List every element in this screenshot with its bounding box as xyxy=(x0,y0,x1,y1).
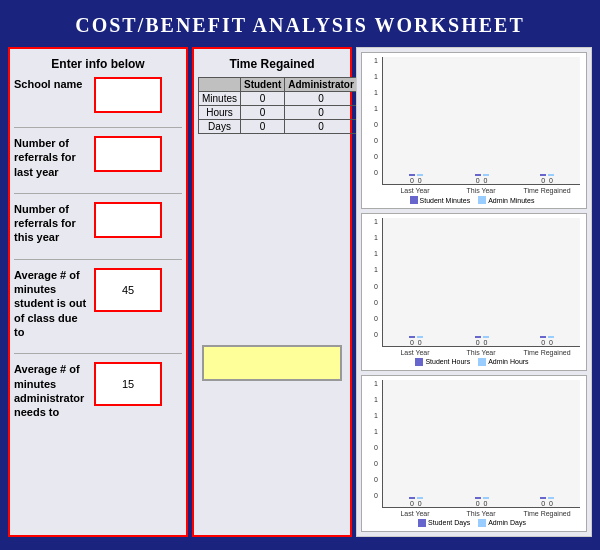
row-student-days: 0 xyxy=(241,120,285,134)
minutes-y-axis: 1 1 1 1 0 0 0 0 xyxy=(364,57,380,176)
legend-admin-minutes-label: Admin Minutes xyxy=(488,197,534,204)
bar-student xyxy=(409,174,415,176)
hours-chart-plot: 0 0 0 0 xyxy=(382,218,580,355)
bar-student-h3 xyxy=(540,336,546,338)
minutes-chart-plot: 0 0 0 0 xyxy=(382,57,580,194)
legend-admin-hours-label: Admin Hours xyxy=(488,358,528,365)
bar-admin-h2 xyxy=(483,336,489,338)
legend-student-hours-label: Student Hours xyxy=(425,358,470,365)
time-col-admin: Administrator xyxy=(285,78,358,92)
group-last-year: 0 0 xyxy=(387,174,445,184)
group-last-year-d: 0 0 xyxy=(387,497,445,507)
avg-minutes-admin-input[interactable] xyxy=(94,362,162,406)
hours-chart: 1 1 1 1 0 0 0 0 xyxy=(361,213,587,370)
row-student-minutes: 0 xyxy=(241,92,285,106)
days-chart-plot: 0 0 0 0 xyxy=(382,380,580,517)
table-row: Hours 0 0 xyxy=(199,106,358,120)
group-this-year-h: 0 0 xyxy=(453,336,511,346)
group-this-year: 0 0 xyxy=(453,174,511,184)
table-row: Days 0 0 xyxy=(199,120,358,134)
right-panel: 1 1 1 1 0 0 0 0 xyxy=(356,47,592,537)
legend-admin-days-label: Admin Days xyxy=(488,519,526,526)
referrals-last-label: Number of referrals for last year xyxy=(14,136,94,179)
legend-student-minutes-box xyxy=(410,196,418,204)
row-admin-minutes: 0 xyxy=(285,92,358,106)
left-panel: Enter info below School name Number of r… xyxy=(8,47,188,537)
left-panel-header: Enter info below xyxy=(14,53,182,77)
minutes-bars-area: 0 0 0 0 xyxy=(382,57,580,185)
hours-legend: Student Hours Admin Hours xyxy=(364,358,580,366)
row-label-minutes: Minutes xyxy=(199,92,241,106)
legend-admin-days-box xyxy=(478,519,486,527)
legend-student-days-label: Student Days xyxy=(428,519,470,526)
row-admin-hours: 0 xyxy=(285,106,358,120)
days-x-labels: Last Year This Year Time Regained xyxy=(382,508,580,517)
group-time-regained-d: 0 0 xyxy=(518,497,576,507)
minutes-chart: 1 1 1 1 0 0 0 0 xyxy=(361,52,587,209)
days-y-axis: 1 1 1 1 0 0 0 0 xyxy=(364,380,380,499)
bar-student-d3 xyxy=(540,497,546,499)
bar-student xyxy=(475,174,481,176)
bar-student-h2 xyxy=(475,336,481,338)
row-label-days: Days xyxy=(199,120,241,134)
group-last-year-h: 0 0 xyxy=(387,336,445,346)
bar-admin-d3 xyxy=(548,497,554,499)
days-legend: Student Days Admin Days xyxy=(364,519,580,527)
time-col-student: Student xyxy=(241,78,285,92)
row-admin-days: 0 xyxy=(285,120,358,134)
middle-panel: Time Regained Student Administrator Minu… xyxy=(192,47,352,537)
referrals-last-input[interactable] xyxy=(94,136,162,172)
avg-minutes-student-row: Average # of minutes student is out of c… xyxy=(14,268,182,339)
bar-student xyxy=(540,174,546,176)
legend-admin-hours-box xyxy=(478,358,486,366)
bar-student-h xyxy=(409,336,415,338)
time-col-empty xyxy=(199,78,241,92)
referrals-this-input[interactable] xyxy=(94,202,162,238)
bar-admin-d2 xyxy=(483,497,489,499)
days-bars-area: 0 0 0 0 xyxy=(382,380,580,508)
minutes-chart-area: 1 1 1 1 0 0 0 0 xyxy=(364,57,580,194)
minutes-x-labels: Last Year This Year Time Regained xyxy=(382,185,580,194)
hours-y-axis: 1 1 1 1 0 0 0 0 xyxy=(364,218,380,337)
hours-chart-area: 1 1 1 1 0 0 0 0 xyxy=(364,218,580,355)
school-name-row: School name xyxy=(14,77,182,113)
group-this-year-d: 0 0 xyxy=(453,497,511,507)
hours-x-labels: Last Year This Year Time Regained xyxy=(382,347,580,356)
bar-student-d2 xyxy=(475,497,481,499)
page-title: COST/BENEFIT ANALYSIS WORKSHEET xyxy=(0,0,600,47)
table-row: Minutes 0 0 xyxy=(199,92,358,106)
school-name-input[interactable] xyxy=(94,77,162,113)
bar-admin-h xyxy=(417,336,423,338)
yellow-input-box[interactable] xyxy=(202,345,342,381)
bar-admin xyxy=(483,174,489,176)
legend-admin-minutes-box xyxy=(478,196,486,204)
avg-minutes-student-label: Average # of minutes student is out of c… xyxy=(14,268,94,339)
time-table: Student Administrator Minutes 0 0 Hours … xyxy=(198,77,358,134)
referrals-this-row: Number of referrals for this year xyxy=(14,202,182,245)
bar-admin xyxy=(548,174,554,176)
legend-student-days-box xyxy=(418,519,426,527)
referrals-this-label: Number of referrals for this year xyxy=(14,202,94,245)
bar-admin xyxy=(417,174,423,176)
group-time-regained: 0 0 xyxy=(518,174,576,184)
avg-minutes-admin-label: Average # of minutes administrator needs… xyxy=(14,362,94,419)
bar-admin-d xyxy=(417,497,423,499)
avg-minutes-student-input[interactable] xyxy=(94,268,162,312)
row-student-hours: 0 xyxy=(241,106,285,120)
school-name-label: School name xyxy=(14,77,94,91)
hours-bars-area: 0 0 0 0 xyxy=(382,218,580,346)
days-chart: 1 1 1 1 0 0 0 0 xyxy=(361,375,587,532)
legend-student-hours-box xyxy=(415,358,423,366)
minutes-legend: Student Minutes Admin Minutes xyxy=(364,196,580,204)
referrals-last-row: Number of referrals for last year xyxy=(14,136,182,179)
bar-admin-h3 xyxy=(548,336,554,338)
bar-student-d xyxy=(409,497,415,499)
avg-minutes-admin-row: Average # of minutes administrator needs… xyxy=(14,362,182,419)
days-chart-area: 1 1 1 1 0 0 0 0 xyxy=(364,380,580,517)
row-label-hours: Hours xyxy=(199,106,241,120)
legend-student-minutes-label: Student Minutes xyxy=(420,197,471,204)
group-time-regained-h: 0 0 xyxy=(518,336,576,346)
time-header: Time Regained xyxy=(198,53,346,77)
